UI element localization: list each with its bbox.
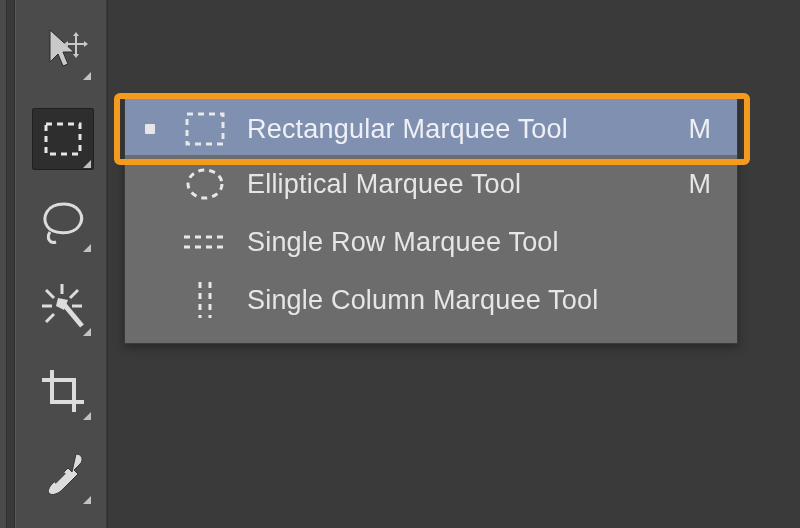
menu-item-label: Single Row Marquee Tool	[247, 227, 711, 258]
toolbar	[14, 0, 108, 528]
marquee-flyout-menu: Rectangular Marquee Tool M Elliptical Ma…	[124, 96, 738, 344]
menu-item-single-row-marquee[interactable]: Single Row Marquee Tool	[125, 213, 737, 271]
tool-crop-button[interactable]	[32, 360, 94, 422]
tool-eyedropper-button[interactable]	[32, 444, 94, 506]
svg-marker-0	[50, 30, 74, 66]
flyout-indicator-icon	[83, 328, 91, 336]
menu-item-single-column-marquee[interactable]: Single Column Marquee Tool	[125, 271, 737, 329]
flyout-indicator-icon	[83, 244, 91, 252]
flyout-indicator-icon	[83, 160, 91, 168]
flyout-indicator-icon	[83, 72, 91, 80]
flyout-indicator-icon	[83, 412, 91, 420]
svg-rect-1	[46, 124, 80, 154]
menu-item-shortcut: M	[689, 169, 712, 200]
left-gutter	[0, 0, 7, 528]
menu-item-elliptical-marquee[interactable]: Elliptical Marquee Tool M	[125, 155, 737, 213]
menu-item-spacer	[145, 237, 155, 247]
menu-item-rectangular-marquee[interactable]: Rectangular Marquee Tool M	[125, 97, 737, 155]
menu-item-label: Elliptical Marquee Tool	[247, 169, 689, 200]
svg-rect-9	[187, 114, 223, 144]
menu-item-label: Rectangular Marquee Tool	[247, 114, 689, 145]
flyout-indicator-icon	[83, 496, 91, 504]
tool-marquee-button[interactable]	[32, 108, 94, 170]
single-row-marquee-icon	[181, 222, 229, 262]
elliptical-marquee-icon	[181, 164, 229, 204]
svg-line-7	[46, 314, 54, 322]
svg-line-3	[46, 290, 54, 298]
menu-item-spacer	[145, 295, 155, 305]
tool-lasso-button[interactable]	[32, 192, 94, 254]
screenshot-root: { "toolbar": { "tools": ["move","marquee…	[0, 0, 800, 528]
menu-item-label: Single Column Marquee Tool	[247, 285, 711, 316]
svg-point-10	[188, 170, 222, 198]
tool-move-button[interactable]	[32, 20, 94, 82]
single-column-marquee-icon	[181, 280, 229, 320]
menu-item-shortcut: M	[689, 114, 712, 145]
rectangular-marquee-icon	[181, 109, 229, 149]
svg-line-4	[70, 290, 78, 298]
tool-wand-button[interactable]	[32, 276, 94, 338]
current-tool-indicator-icon	[145, 124, 155, 134]
menu-item-spacer	[145, 179, 155, 189]
